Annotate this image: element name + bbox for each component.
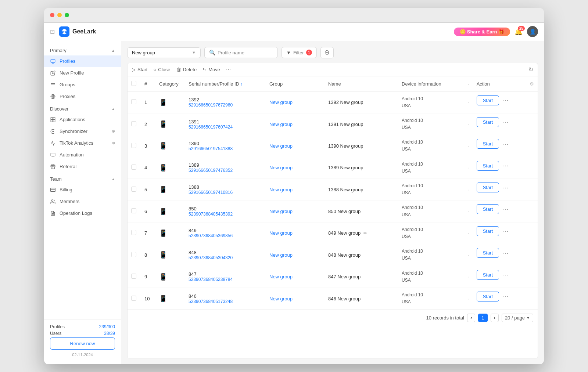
page-1-button[interactable]: 1 — [478, 314, 487, 322]
row-group-link[interactable]: New group — [269, 209, 293, 214]
sidebar-section-team-header[interactable]: Team ▲ — [44, 174, 121, 184]
sidebar-section-discover-header[interactable]: Discover ▲ — [44, 104, 121, 114]
sidebar-item-applications[interactable]: Applications — [44, 114, 121, 126]
row-checkbox[interactable] — [131, 208, 136, 213]
more-row-button[interactable]: ⋯ — [502, 140, 509, 148]
row-device: Android 10 USA — [398, 157, 464, 178]
sidebar-item-operation-logs[interactable]: Operation Logs — [44, 207, 121, 219]
action-settings-icon[interactable]: ⚙ — [530, 81, 534, 87]
start-row-button[interactable]: Start — [477, 161, 499, 171]
row-group-link[interactable]: New group — [269, 143, 293, 149]
row-group: New group — [266, 91, 325, 113]
row-profile-id[interactable]: 523907368405238784 — [189, 277, 262, 282]
edit-name-icon[interactable]: ✏ — [363, 231, 367, 236]
row-checkbox[interactable] — [131, 274, 136, 279]
row-checkbox[interactable] — [131, 187, 136, 192]
row-serial: 1390 529166650197541888 — [185, 135, 266, 157]
row-num: 10 — [141, 288, 155, 309]
profile-search-input[interactable] — [218, 50, 273, 55]
sidebar-item-synchronizer[interactable]: Synchronizer ⊕ — [44, 126, 121, 137]
start-row-button[interactable]: Start — [477, 270, 499, 280]
more-row-button[interactable]: ⋯ — [502, 292, 509, 300]
more-row-button[interactable]: ⋯ — [502, 96, 509, 104]
close-traffic-light[interactable] — [50, 13, 54, 17]
start-row-button[interactable]: Start — [477, 117, 499, 127]
row-group-link[interactable]: New group — [269, 274, 293, 279]
start-row-button[interactable]: Start — [477, 204, 499, 214]
row-group-link[interactable]: New group — [269, 230, 293, 236]
device-os: Android 10 — [402, 183, 460, 189]
row-profile-id[interactable]: 529166650197672960 — [189, 102, 262, 108]
sidebar-item-billing[interactable]: Billing — [44, 184, 121, 196]
row-profile-id[interactable]: 529166650197476352 — [189, 168, 262, 173]
more-row-button[interactable]: ⋯ — [502, 227, 509, 235]
start-action-button[interactable]: ▷ Start — [132, 67, 147, 72]
sidebar-item-automation[interactable]: Automation — [44, 149, 121, 161]
row-group-link[interactable]: New group — [269, 296, 293, 301]
notification-button[interactable]: 🔔 25 — [514, 28, 523, 36]
sidebar-item-members[interactable]: Members — [44, 196, 121, 207]
more-row-button[interactable]: ⋯ — [502, 205, 509, 213]
row-group-link[interactable]: New group — [269, 165, 293, 170]
row-group-link[interactable]: New group — [269, 252, 293, 258]
row-profile-id[interactable]: 523907368405304320 — [189, 255, 262, 260]
row-profile-id[interactable]: 523907368405173248 — [189, 299, 262, 304]
start-row-button[interactable]: Start — [477, 139, 499, 149]
move-action-button[interactable]: ⤷ Move — [202, 67, 220, 72]
row-profile-id[interactable]: 529166650197410816 — [189, 190, 262, 195]
sidebar-item-groups[interactable]: Groups — [44, 79, 121, 91]
row-group-link[interactable]: New group — [269, 100, 293, 105]
row-profile-id[interactable]: 529166650197541888 — [189, 146, 262, 151]
select-all-checkbox[interactable] — [131, 81, 136, 86]
row-checkbox[interactable] — [131, 121, 136, 126]
more-row-button[interactable]: ⋯ — [502, 184, 509, 192]
group-select[interactable]: New group ▼ — [127, 47, 201, 58]
delete-toolbar-button[interactable] — [320, 47, 334, 58]
user-avatar[interactable]: 👤 — [527, 26, 538, 37]
toggle-sidebar-icon[interactable]: ⊡ — [50, 28, 55, 35]
sidebar-item-tiktok-analytics[interactable]: TikTok Analytics ⊕ — [44, 137, 121, 149]
start-row-button[interactable]: Start — [477, 95, 499, 105]
per-page-select[interactable]: 20 / page ▼ — [502, 314, 533, 322]
renew-now-button[interactable]: Renew now — [50, 337, 115, 350]
row-checkbox[interactable] — [131, 252, 136, 257]
col-serial[interactable]: Serial number/Profile ID ↑ — [185, 76, 266, 92]
filter-button[interactable]: ▼ Filter 1 — [282, 47, 317, 58]
more-row-button[interactable]: ⋯ — [502, 118, 509, 126]
share-earn-banner[interactable]: 🪙 Share & Earn 🎁 — [454, 28, 510, 36]
more-row-button[interactable]: ⋯ — [502, 271, 509, 279]
minimize-traffic-light[interactable] — [57, 13, 62, 17]
row-profile-id[interactable]: 529166650197607424 — [189, 124, 262, 130]
start-row-button[interactable]: Start — [477, 226, 499, 236]
sidebar-item-profiles[interactable]: Profiles — [44, 55, 121, 67]
row-checkbox[interactable] — [131, 165, 136, 170]
start-row-button[interactable]: Start — [477, 248, 499, 258]
row-serial: 1392 529166650197672960 — [185, 91, 266, 113]
more-row-button[interactable]: ⋯ — [502, 162, 509, 170]
row-profile-id[interactable]: 523907368405369856 — [189, 233, 262, 238]
sidebar-item-referral[interactable]: Referral — [44, 161, 121, 173]
refresh-button[interactable]: ↻ — [528, 66, 533, 73]
row-checkbox[interactable] — [131, 296, 136, 301]
start-row-button[interactable]: Start — [477, 183, 499, 192]
start-row-button[interactable]: Start — [477, 292, 499, 301]
sidebar-item-new-profile[interactable]: New Profile — [44, 67, 121, 79]
close-action-button[interactable]: ○ Close — [153, 67, 170, 72]
next-page-button[interactable]: › — [491, 314, 499, 322]
svg-point-16 — [51, 199, 53, 201]
row-group-link[interactable]: New group — [269, 122, 293, 127]
sidebar-item-proxies[interactable]: Proxies — [44, 91, 121, 102]
row-checkbox[interactable] — [131, 99, 136, 104]
maximize-traffic-light[interactable] — [65, 13, 69, 17]
sidebar-section-primary-header[interactable]: Primary ▲ — [44, 46, 121, 55]
delete-action-button[interactable]: 🗑 Delete — [176, 67, 197, 72]
row-profile-id[interactable]: 523907368405435392 — [189, 212, 262, 217]
col-checkbox — [128, 76, 141, 92]
more-row-button[interactable]: ⋯ — [502, 249, 509, 257]
more-actions-icon[interactable]: ··· — [226, 66, 231, 73]
row-checkbox[interactable] — [131, 143, 136, 148]
row-action-cell: Start ⋯ — [473, 157, 538, 174]
row-group-link[interactable]: New group — [269, 187, 293, 192]
row-checkbox[interactable] — [131, 230, 136, 235]
prev-page-button[interactable]: ‹ — [467, 314, 475, 322]
